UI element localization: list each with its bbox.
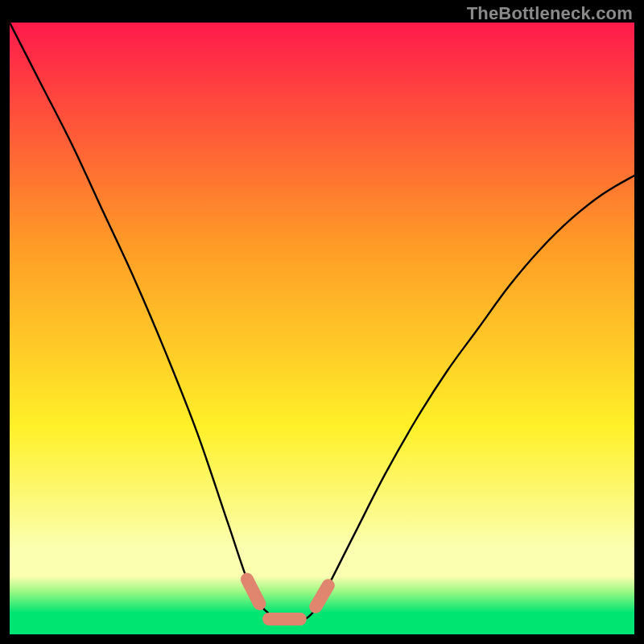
watermark-label: TheBottleneck.com	[467, 3, 633, 24]
chart-frame	[10, 23, 634, 634]
chart-stage: TheBottleneck.com	[0, 0, 644, 644]
bottleneck-plot	[10, 23, 634, 634]
gradient-background	[10, 23, 634, 634]
